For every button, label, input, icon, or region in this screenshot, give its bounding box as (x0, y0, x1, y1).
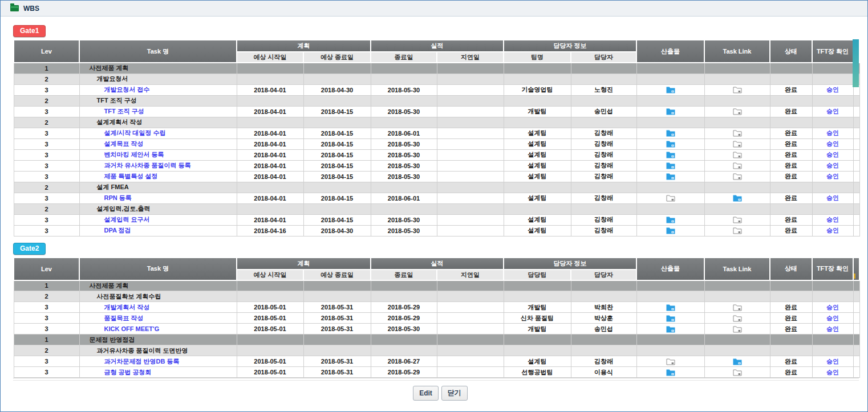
team-cell: 설계팀 (504, 149, 571, 160)
team-cell: 개발팀 (504, 302, 571, 313)
actual-end-cell (371, 335, 437, 345)
folder-filled-icon[interactable] (666, 303, 675, 310)
task-name-link[interactable]: 품질목표 작성 (82, 315, 144, 321)
folder-outline-icon[interactable] (733, 86, 742, 93)
folder-outline-icon[interactable] (733, 151, 742, 158)
approve-link[interactable]: 승인 (826, 151, 839, 158)
task-name-link[interactable]: RPN 등록 (82, 194, 132, 201)
edit-button[interactable]: Edit (413, 386, 439, 401)
folder-outline-icon[interactable] (733, 227, 742, 234)
folder-outline-icon[interactable] (733, 162, 742, 169)
row-sliver (853, 324, 859, 335)
folder-outline-icon[interactable] (733, 314, 742, 321)
folder-filled-icon[interactable] (733, 194, 742, 201)
approve-link[interactable]: 승인 (826, 140, 839, 147)
folder-filled-icon[interactable] (733, 357, 742, 364)
team-cell: 개발팀 (504, 324, 571, 335)
table-row: 2사전품질확보 계획수립 (14, 291, 859, 302)
status-cell (770, 63, 812, 74)
task-name-link[interactable]: 과거차문제점 반영DB 등록 (82, 358, 180, 365)
status-cell: 완료 (770, 171, 812, 182)
approve-link[interactable]: 승인 (826, 325, 839, 332)
folder-filled-icon[interactable] (666, 173, 675, 180)
table-row: 2TFT 조직 구성 (14, 95, 859, 106)
task-cell: 과거차문제점 반영DB 등록 (79, 356, 237, 367)
task-cell: 과거차 유사차종 품질이력 등록 (79, 160, 237, 171)
status-cell: 완료 (770, 138, 812, 149)
folder-filled-icon[interactable] (666, 314, 675, 321)
approve-link[interactable]: 승인 (826, 216, 839, 223)
row-sliver (853, 193, 859, 203)
approve-link[interactable]: 승인 (826, 129, 839, 136)
approve-link[interactable]: 승인 (826, 369, 839, 376)
folder-outline-icon[interactable] (733, 129, 742, 136)
folder-filled-icon[interactable] (666, 216, 675, 223)
task-name-link[interactable]: 설계목표 작성 (82, 140, 144, 147)
task-name-link[interactable]: 개발계획서 작성 (82, 304, 150, 311)
actual-end-cell (371, 95, 437, 106)
lev-cell: 2 (14, 182, 79, 193)
team-cell (504, 95, 571, 106)
folder-filled-icon[interactable] (666, 227, 675, 234)
task-name-link[interactable]: 설계입력 요구서 (82, 216, 150, 223)
task-name-link[interactable]: DPA 점검 (82, 227, 131, 234)
deliverable-cell (636, 84, 704, 95)
approve-link[interactable]: 승인 (826, 173, 839, 180)
folder-filled-icon[interactable] (666, 108, 675, 115)
folder-filled-icon[interactable] (666, 86, 675, 93)
task-cell: 과거유사차종 품질이력 도면반영 (79, 345, 237, 356)
folder-outline-icon[interactable] (733, 173, 742, 180)
tft-check-cell: 승인 (812, 225, 853, 236)
folder-filled-icon[interactable] (666, 129, 675, 136)
folder-outline-icon[interactable] (733, 216, 742, 223)
folder-filled-icon[interactable] (666, 325, 675, 332)
delay-cell (437, 335, 504, 345)
task-cell: 설계/시작 대일정 수립 (79, 128, 237, 138)
team-cell: 설계팀 (504, 214, 571, 225)
task-name-link[interactable]: 제품 특별특성 설정 (82, 173, 158, 180)
task-name-link[interactable]: 설계/시작 대일정 수립 (82, 129, 166, 136)
folder-outline-icon[interactable] (733, 140, 742, 147)
tft-check-cell: 승인 (812, 149, 853, 160)
approve-link[interactable]: 승인 (826, 358, 839, 365)
row-sliver (853, 182, 859, 193)
folder-outline-icon[interactable] (666, 357, 675, 364)
approve-link[interactable]: 승인 (826, 86, 839, 93)
team-cell (504, 117, 571, 128)
task-name-link[interactable]: 벤치마킹 제안서 등록 (82, 151, 164, 158)
col-group-plan: 계획 (237, 258, 371, 270)
task-name-link[interactable]: 금형 공법 공청회 (82, 369, 152, 376)
task-name-link[interactable]: 과거차 유사차종 품질이력 등록 (82, 162, 191, 169)
folder-filled-icon[interactable] (666, 368, 675, 375)
task-name-link[interactable]: 개발요청서 접수 (82, 86, 150, 93)
task-name-link[interactable]: KICK OFF MEET'G (82, 325, 160, 332)
deliverable-cell (636, 106, 704, 117)
task-name-link[interactable]: TFT 조직 구성 (82, 108, 144, 115)
close-button[interactable]: 닫기 (441, 386, 468, 401)
folder-outline-icon[interactable] (733, 303, 742, 310)
approve-link[interactable]: 승인 (826, 162, 839, 169)
row-sliver (853, 214, 859, 225)
folder-filled-icon[interactable] (666, 162, 675, 169)
folder-outline-icon[interactable] (666, 194, 675, 201)
approve-link[interactable]: 승인 (826, 304, 839, 311)
delay-cell (437, 225, 504, 236)
owner-cell (571, 335, 636, 345)
actual-end-cell: 2018-06-01 (371, 193, 437, 203)
col-header-team: 담당팀 (504, 270, 571, 280)
task-link-cell (704, 335, 770, 345)
folder-outline-icon[interactable] (733, 325, 742, 332)
vertical-scrollbar-thumb[interactable] (853, 39, 859, 87)
approve-link[interactable]: 승인 (826, 194, 839, 201)
folder-filled-icon[interactable] (666, 151, 675, 158)
folder-outline-icon[interactable] (733, 368, 742, 375)
table-row: 3금형 공법 공청회2018-05-012018-05-312018-05-29… (14, 367, 859, 378)
plan-end-cell: 2018-04-15 (303, 128, 371, 138)
actual-end-cell: 2018-05-29 (371, 313, 437, 324)
approve-link[interactable]: 승인 (826, 315, 839, 321)
approve-link[interactable]: 승인 (826, 227, 839, 234)
folder-outline-icon[interactable] (733, 108, 742, 115)
plan-end-cell (303, 280, 371, 291)
folder-filled-icon[interactable] (666, 140, 675, 147)
approve-link[interactable]: 승인 (826, 108, 839, 115)
